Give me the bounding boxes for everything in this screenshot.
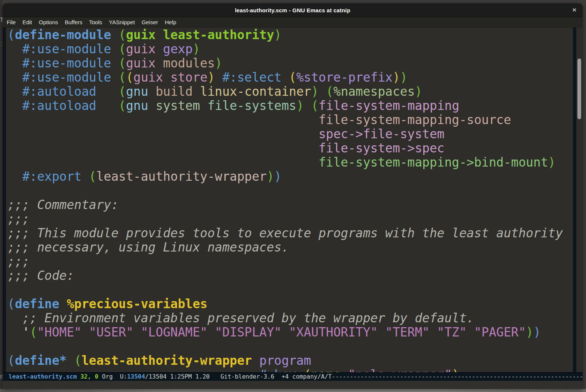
code-token: ( xyxy=(30,325,37,339)
mode-line-segment: Org U: xyxy=(98,373,127,380)
code-token xyxy=(7,127,318,141)
close-icon[interactable]: ✕ xyxy=(572,3,577,17)
code-token: gnu xyxy=(126,98,148,113)
mode-line-segment: least-authority.scm xyxy=(9,373,77,380)
code-token xyxy=(111,70,119,85)
code-token: gexp xyxy=(163,42,192,56)
code-token: ) xyxy=(400,70,407,85)
code-token: #:export xyxy=(22,169,82,184)
code-token: %store-prefix xyxy=(296,70,393,85)
left-fringe xyxy=(3,28,6,372)
code-token xyxy=(7,155,318,170)
mode-line-segment xyxy=(91,373,95,380)
menu-item-buffers[interactable]: Buffers xyxy=(62,17,86,27)
scrollbar-thumb[interactable] xyxy=(577,59,581,119)
code-line xyxy=(7,339,573,354)
menu-item-tools[interactable]: Tools xyxy=(86,17,105,27)
mode-line-segment: 13504 xyxy=(127,373,145,380)
code-token: gnu xyxy=(126,84,148,99)
menu-item-help[interactable]: Help xyxy=(161,17,180,27)
code-line xyxy=(7,283,573,297)
code-line xyxy=(7,184,573,198)
code-line: #:export (least-authority-wrapper)) xyxy=(7,170,573,184)
emacs-frame: least-authority.scm - GNU Emacs at catni… xyxy=(3,3,583,389)
code-token: ( xyxy=(119,84,126,99)
code-token: build xyxy=(155,84,192,99)
code-token: ( xyxy=(7,353,15,368)
code-token xyxy=(215,70,222,85)
code-token: ) xyxy=(311,84,319,99)
code-token: least-authority-wrapper xyxy=(96,169,267,184)
code-token: ;;; xyxy=(7,212,30,226)
code-line: ;; Environment variables preserved by th… xyxy=(7,311,573,325)
code-token: name xyxy=(311,367,341,372)
code-line: #:use-module ((guix store) #:select (%st… xyxy=(7,70,573,85)
code-token: #:key xyxy=(259,367,296,372)
code-token: file-system-mapping-source xyxy=(318,113,511,127)
scrollbar[interactable] xyxy=(576,28,583,372)
code-token: ) xyxy=(208,70,215,85)
code-token: ' xyxy=(22,325,30,339)
code-token: define* xyxy=(15,353,67,368)
mode-line-segment: 0 xyxy=(95,373,98,380)
code-token: ( xyxy=(289,70,296,85)
code-line: ;;; necessary, using Linux namespaces. xyxy=(7,240,573,255)
code-line: (define-module (guix least-authority) xyxy=(7,28,573,42)
titlebar[interactable]: least-authority.scm - GNU Emacs at catni… xyxy=(3,3,583,17)
code-line: #:autoload (gnu build linux-container) (… xyxy=(7,85,573,99)
menu-item-geiser[interactable]: Geiser xyxy=(138,17,161,27)
code-line: ;;; Commentary: xyxy=(7,198,573,212)
code-token xyxy=(111,42,119,56)
code-token: file-system-mapping->bind-mount xyxy=(318,155,548,170)
code-token xyxy=(7,311,22,325)
code-token: ( xyxy=(119,28,126,42)
code-token xyxy=(111,28,119,42)
editor-area[interactable]: (define-module (guix least-authority) #:… xyxy=(3,28,583,372)
code-token: least-authority-wrapper xyxy=(82,353,252,368)
menu-item-edit[interactable]: Edit xyxy=(19,17,35,27)
code-line: file-system-mapping-source xyxy=(7,113,573,127)
window-title: least-authority.scm - GNU Emacs at catni… xyxy=(235,7,350,13)
code-token: linux-container xyxy=(200,84,311,99)
code-line: (define* (least-authority-wrapper progra… xyxy=(7,354,573,368)
menu-item-yasnippet[interactable]: YASnippet xyxy=(105,17,138,27)
code-token: #:autoload xyxy=(22,98,97,113)
code-token: "pola-wrapper" xyxy=(348,367,452,372)
code-token: "HOME" "USER" "LOGNAME" "DISPLAY" "XAUTH… xyxy=(37,325,526,339)
background-window-divider xyxy=(0,45,3,45)
menu-item-options[interactable]: Options xyxy=(35,17,62,27)
code-token: ) xyxy=(215,56,222,70)
code-token xyxy=(82,169,89,184)
code-token xyxy=(7,325,22,339)
code-token: ) xyxy=(267,169,274,184)
code-token: store xyxy=(170,70,207,85)
code-token: ( xyxy=(304,367,311,372)
code-line: ;;; This module provides tools to execut… xyxy=(7,226,573,240)
code-token xyxy=(111,56,119,70)
code-token: ;;; Commentary: xyxy=(7,197,119,212)
code-line: #:use-module (guix modules) xyxy=(7,56,573,70)
code-line: file-system->spec xyxy=(7,141,573,155)
code-token: file-systems xyxy=(208,98,296,113)
echo-area xyxy=(3,381,583,389)
mode-line-segment: /13504 1:25PM 1.20 Git-blender-3.6 +4 co… xyxy=(145,373,332,380)
code-token: define xyxy=(15,297,59,311)
code-token xyxy=(7,98,22,113)
code-line: #:use-module (guix gexp) xyxy=(7,42,573,56)
code-token: program xyxy=(259,353,311,368)
code-token: guix xyxy=(126,56,155,70)
code-token: ) xyxy=(193,42,200,56)
menu-item-file[interactable]: File xyxy=(3,17,19,27)
code-token: ( xyxy=(119,56,126,70)
code-token: ) xyxy=(274,28,281,42)
code-token: ( xyxy=(311,98,319,113)
code-token: %precious-variables xyxy=(67,297,208,311)
code-token: ( xyxy=(7,28,15,42)
code-token xyxy=(155,42,163,56)
code-token: modules xyxy=(163,56,215,70)
mode-line: least-authority.scm 32, 0 Org U:13504/13… xyxy=(3,372,583,381)
buffer-text[interactable]: (define-module (guix least-authority) #:… xyxy=(6,28,573,372)
code-token: file-system-mapping xyxy=(319,98,460,113)
code-token xyxy=(7,84,22,99)
code-token: guix least-authority xyxy=(126,28,274,42)
